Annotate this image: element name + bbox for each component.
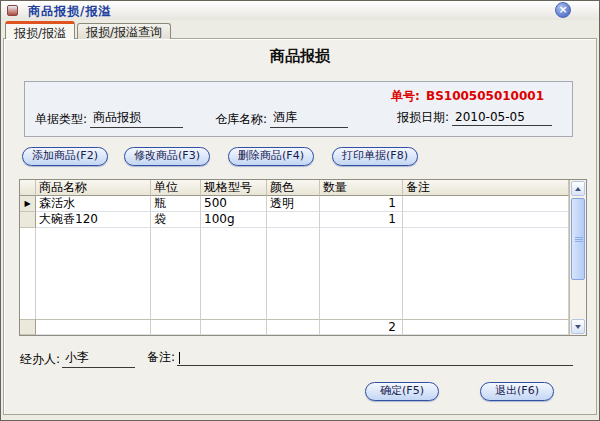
warehouse-field: 仓库名称: 酒库 <box>215 109 348 128</box>
col-header-qty[interactable]: 数量 <box>320 180 403 196</box>
total-cell <box>267 319 320 335</box>
order-number-label: 单号: <box>391 89 420 103</box>
cell-qty: 1 <box>320 212 403 228</box>
table-row[interactable]: 大碗香120 袋 100g 1 <box>20 212 569 228</box>
edit-item-button[interactable]: 修改商品(F3) <box>124 147 210 166</box>
doc-type-value[interactable]: 商品报损 <box>90 109 183 128</box>
filler-cell <box>320 228 403 319</box>
cell-remark <box>403 212 569 228</box>
col-header-color[interactable]: 颜色 <box>267 180 320 196</box>
page-title: 商品报损 <box>4 47 596 66</box>
chevron-up-icon <box>575 187 581 191</box>
total-cell <box>36 319 151 335</box>
remark-input[interactable] <box>177 351 573 366</box>
scrollbar-thumb[interactable] <box>571 198 585 280</box>
scroll-down-button[interactable] <box>571 319 585 334</box>
app-icon <box>7 5 18 16</box>
cell-color: 透明 <box>267 196 320 212</box>
add-item-button[interactable]: 添加商品(F2) <box>22 147 108 166</box>
remark-field: 备注: <box>147 349 573 366</box>
main-panel: 商品报损 单号: BS100505010001 单据类型: 商品报损 仓库名称:… <box>3 38 597 415</box>
total-cell <box>201 319 267 335</box>
col-header-name[interactable]: 商品名称 <box>36 180 151 196</box>
row-selector <box>20 212 36 228</box>
ok-button[interactable]: 确定(F5) <box>365 382 439 401</box>
table-total-row: 2 <box>20 319 569 335</box>
order-number: 单号: BS100505010001 <box>389 88 544 105</box>
total-cell <box>151 319 201 335</box>
order-number-value: BS100505010001 <box>426 89 544 103</box>
scrollbar-grip-icon <box>575 237 583 243</box>
exit-button[interactable]: 退出(F6) <box>480 382 554 401</box>
remark-label: 备注: <box>147 349 175 366</box>
cell-unit: 袋 <box>151 212 201 228</box>
filler-cell <box>36 228 151 319</box>
table-empty-area <box>20 228 569 319</box>
doc-type-label: 单据类型: <box>35 111 87 128</box>
row-selector-header <box>20 180 36 196</box>
tab-damage-overflow[interactable]: 报损/报溢 <box>5 21 75 39</box>
order-info-box: 单号: BS100505010001 单据类型: 商品报损 仓库名称: 酒库 报… <box>24 81 573 137</box>
col-header-unit[interactable]: 单位 <box>151 180 201 196</box>
table-header-row: 商品名称 单位 规格型号 颜色 数量 备注 <box>20 180 569 196</box>
date-field: 报损日期: 2010-05-05 <box>397 109 552 126</box>
total-cell <box>403 319 569 335</box>
cell-spec: 500 <box>201 196 267 212</box>
delete-item-button[interactable]: 删除商品(F4) <box>228 147 314 166</box>
window-title: 商品报损/报溢 <box>28 3 111 20</box>
cell-qty: 1 <box>320 196 403 212</box>
filler-cell <box>267 228 320 319</box>
cell-color <box>267 212 320 228</box>
warehouse-value[interactable]: 酒库 <box>270 109 348 128</box>
filler-cell <box>201 228 267 319</box>
cell-name: 森活水 <box>36 196 151 212</box>
filler-cell <box>20 228 36 319</box>
total-qty: 2 <box>320 319 403 335</box>
tab-bar: 报损/报溢 报损/报溢查询 <box>5 21 173 39</box>
cell-remark <box>403 196 569 212</box>
title-bar: 商品报损/报溢 × <box>1 1 599 20</box>
cell-unit: 瓶 <box>151 196 201 212</box>
col-header-spec[interactable]: 规格型号 <box>201 180 267 196</box>
table-row[interactable]: ▶ 森活水 瓶 500 透明 1 <box>20 196 569 212</box>
date-label: 报损日期: <box>397 109 449 126</box>
close-icon[interactable]: × <box>555 2 571 18</box>
filler-cell <box>151 228 201 319</box>
app-window: 商品报损/报溢 × 报损/报溢 报损/报溢查询 商品报损 单号: BS10050… <box>0 0 600 421</box>
doc-type-field: 单据类型: 商品报损 <box>35 109 183 128</box>
cell-spec: 100g <box>201 212 267 228</box>
chevron-down-icon <box>575 325 581 329</box>
scroll-up-button[interactable] <box>571 181 585 196</box>
vertical-scrollbar[interactable] <box>569 180 586 335</box>
items-table: 商品名称 单位 规格型号 颜色 数量 备注 ▶ 森活水 瓶 500 透明 1 <box>19 179 587 336</box>
warehouse-label: 仓库名称: <box>215 111 267 128</box>
handler-value[interactable]: 小李 <box>62 349 135 368</box>
handler-label: 经办人: <box>20 351 60 368</box>
col-header-remark[interactable]: 备注 <box>403 180 569 196</box>
current-row-marker-icon: ▶ <box>20 196 36 212</box>
handler-field: 经办人: 小李 <box>20 349 135 368</box>
text-caret <box>179 352 180 364</box>
row-selector <box>20 319 36 335</box>
cell-name: 大碗香120 <box>36 212 151 228</box>
tab-damage-overflow-query[interactable]: 报损/报溢查询 <box>77 23 171 39</box>
print-order-button[interactable]: 打印单据(F8) <box>332 147 418 166</box>
filler-cell <box>403 228 569 319</box>
items-grid: 商品名称 单位 规格型号 颜色 数量 备注 ▶ 森活水 瓶 500 透明 1 <box>20 180 569 335</box>
date-value[interactable]: 2010-05-05 <box>452 110 552 126</box>
